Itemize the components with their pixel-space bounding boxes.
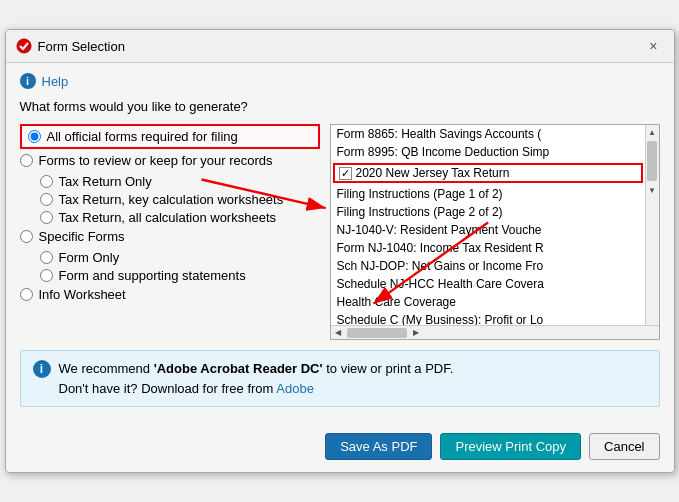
sub-radio-2[interactable] [40, 211, 53, 224]
scroll-thumb-h[interactable] [347, 328, 407, 338]
form-item-text: Schedule NJ-HCC Health Care Covera [337, 277, 544, 291]
review-keep-radio[interactable] [20, 154, 33, 167]
save-as-pdf-button[interactable]: Save As PDF [325, 433, 432, 460]
info-worksheet-label: Info Worksheet [39, 287, 126, 302]
scroll-left-arrow[interactable]: ◀ [331, 326, 345, 340]
sub-option-1[interactable]: Tax Return, key calculation worksheets [40, 192, 320, 207]
sub-label-1: Tax Return, key calculation worksheets [59, 192, 284, 207]
sub-radio-0[interactable] [40, 175, 53, 188]
main-content: All official forms required for filing F… [20, 124, 660, 340]
preview-print-copy-button[interactable]: Preview Print Copy [440, 433, 581, 460]
title-bar-left: Form Selection [16, 38, 125, 54]
form-item-text: Schedule C (My Business): Profit or Lo [337, 313, 544, 325]
form-item-text: Health Care Coverage [337, 295, 456, 309]
help-row: i Help [20, 73, 660, 89]
specific-sub-1[interactable]: Form and supporting statements [40, 268, 320, 283]
form-list-item[interactable]: Schedule NJ-HCC Health Care Covera [331, 275, 645, 293]
specific-sub-label-1: Form and supporting statements [59, 268, 246, 283]
scroll-up-arrow[interactable]: ▲ [645, 125, 659, 139]
review-keep-option[interactable]: Forms to review or keep for your records [20, 153, 320, 168]
info-text: We recommend 'Adobe Acrobat Reader DC' t… [59, 359, 454, 398]
sub-option-2[interactable]: Tax Return, all calculation worksheets [40, 210, 320, 225]
vertical-scrollbar[interactable]: ▲ ▼ [645, 125, 659, 325]
sub-label-2: Tax Return, all calculation worksheets [59, 210, 277, 225]
cancel-button[interactable]: Cancel [589, 433, 659, 460]
form-item-text: Filing Instructions (Page 2 of 2) [337, 205, 503, 219]
checkmark-icon [16, 38, 32, 54]
form-item-text: 2020 New Jersey Tax Return [356, 166, 510, 180]
all-official-label: All official forms required for filing [47, 129, 238, 144]
sub-label-0: Tax Return Only [59, 174, 152, 189]
info-bar: i We recommend 'Adobe Acrobat Reader DC'… [20, 350, 660, 407]
dialog-body: i Help What forms would you like to gene… [6, 63, 674, 427]
info-line2-prefix: Don't have it? Download for free from [59, 381, 277, 396]
help-icon[interactable]: i [20, 73, 36, 89]
footer: Save As PDF Preview Print Copy Cancel [6, 427, 674, 472]
scroll-thumb[interactable] [647, 141, 657, 181]
specific-sub-label-0: Form Only [59, 250, 120, 265]
dialog-title: Form Selection [38, 39, 125, 54]
specific-sub-radio-0[interactable] [40, 251, 53, 264]
specific-sub-0[interactable]: Form Only [40, 250, 320, 265]
form-item-text: Form NJ-1040: Income Tax Resident R [337, 241, 544, 255]
specific-sub-radio-1[interactable] [40, 269, 53, 282]
info-line1: We recommend 'Adobe Acrobat Reader DC' t… [59, 359, 454, 379]
right-panel: Form 8865: Health Savings Accounts (Form… [330, 124, 660, 340]
info-worksheet-radio[interactable] [20, 288, 33, 301]
form-list-item[interactable]: Health Care Coverage [331, 293, 645, 311]
form-list-item[interactable]: NJ-1040-V: Resident Payment Vouche [331, 221, 645, 239]
form-list-item[interactable]: Form 8865: Health Savings Accounts ( [331, 125, 645, 143]
scroll-right-arrow[interactable]: ▶ [409, 326, 423, 340]
horizontal-scrollbar[interactable]: ◀ ▶ [331, 325, 659, 339]
form-list-item[interactable]: Form 8995: QB Income Deduction Simp [331, 143, 645, 161]
form-list-item[interactable]: Schedule C (My Business): Profit or Lo [331, 311, 645, 325]
scrollbar-area: Form 8865: Health Savings Accounts (Form… [331, 125, 659, 325]
form-checkbox[interactable]: ✓ [339, 167, 352, 180]
form-list-item[interactable]: Sch NJ-DOP: Net Gains or Income Fro [331, 257, 645, 275]
radio-group: All official forms required for filing F… [20, 124, 320, 302]
specific-forms-option[interactable]: Specific Forms [20, 229, 320, 244]
question-text: What forms would you like to generate? [20, 99, 660, 114]
scroll-down-arrow[interactable]: ▼ [645, 183, 659, 197]
form-item-text: Filing Instructions (Page 1 of 2) [337, 187, 503, 201]
form-item-text: Form 8995: QB Income Deduction Simp [337, 145, 550, 159]
review-sub-group: Tax Return Only Tax Return, key calculat… [40, 174, 320, 225]
info-bar-icon: i [33, 360, 51, 378]
all-official-radio[interactable] [28, 130, 41, 143]
svg-point-0 [17, 39, 31, 53]
form-list-item[interactable]: Filing Instructions (Page 1 of 2) [331, 185, 645, 203]
form-item-text: Sch NJ-DOP: Net Gains or Income Fro [337, 259, 544, 273]
adobe-link[interactable]: Adobe [276, 381, 314, 396]
sub-option-0[interactable]: Tax Return Only [40, 174, 320, 189]
form-item-text: Form 8865: Health Savings Accounts ( [337, 127, 542, 141]
title-bar: Form Selection × [6, 30, 674, 63]
form-list-item[interactable]: ✓2020 New Jersey Tax Return [333, 163, 643, 183]
sub-radio-1[interactable] [40, 193, 53, 206]
info-line2: Don't have it? Download for free from Ad… [59, 379, 454, 399]
help-link[interactable]: Help [42, 74, 69, 89]
specific-forms-radio[interactable] [20, 230, 33, 243]
form-list-item[interactable]: Form NJ-1040: Income Tax Resident R [331, 239, 645, 257]
close-button[interactable]: × [643, 36, 663, 56]
all-official-option[interactable]: All official forms required for filing [20, 124, 320, 149]
left-panel: All official forms required for filing F… [20, 124, 320, 340]
specific-forms-label: Specific Forms [39, 229, 125, 244]
form-list-item[interactable]: Filing Instructions (Page 2 of 2) [331, 203, 645, 221]
form-item-text: NJ-1040-V: Resident Payment Vouche [337, 223, 542, 237]
review-keep-label: Forms to review or keep for your records [39, 153, 273, 168]
dialog-form-selection: Form Selection × i Help What forms would… [5, 29, 675, 473]
specific-sub-group: Form Only Form and supporting statements [40, 250, 320, 283]
info-worksheet-option[interactable]: Info Worksheet [20, 287, 320, 302]
forms-list[interactable]: Form 8865: Health Savings Accounts (Form… [331, 125, 645, 325]
